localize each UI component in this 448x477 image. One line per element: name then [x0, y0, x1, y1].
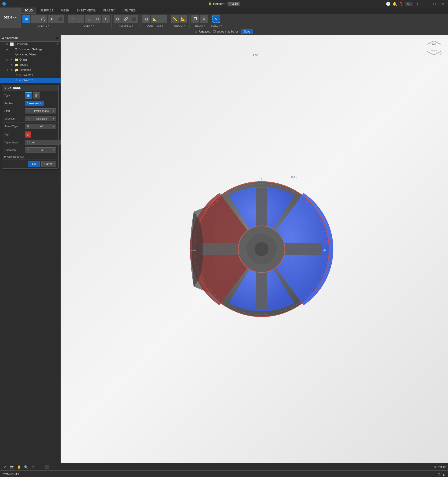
tab-sheet-metal[interactable]: SHEET METAL	[73, 7, 99, 14]
main-content: ◀ BROWSER ⚙ ▼ 👁 ⬜ (Unsaved) ⚙ ▶ ⚙ Docume…	[0, 35, 448, 463]
viewport[interactable]: 9.50 TOP FRONT Z	[61, 35, 448, 463]
vis-sketch1[interactable]: 👁	[15, 73, 18, 77]
shell-icon[interactable]: ✂	[93, 15, 101, 23]
inspect-group: 📏 📐 INSPECT ▾	[169, 14, 190, 28]
tree-item-unsaved[interactable]: ▼ 👁 ⬜ (Unsaved) ⚙	[0, 42, 61, 47]
ground-icon[interactable]: ⬛	[130, 15, 138, 23]
construct-label[interactable]: CONSTRUCT ▾	[140, 24, 169, 28]
svg-text:9.50: 9.50	[291, 175, 297, 179]
maximize-button[interactable]: □	[431, 0, 438, 7]
settings-unsaved[interactable]: ⚙	[56, 43, 59, 46]
profiles-badge[interactable]: 5 selected ✕	[25, 101, 44, 106]
direction-dropdown[interactable]: ↗ One Side ▾	[25, 116, 56, 121]
tree-item-named-views[interactable]: 📷 Named Views	[0, 52, 61, 57]
cancel-button[interactable]: Cancel	[41, 161, 56, 167]
sphere-icon[interactable]: ●	[48, 15, 56, 23]
fillet-icon[interactable]: ↔	[76, 15, 84, 23]
measure-icon[interactable]: 📏	[171, 15, 179, 23]
chamfer-icon[interactable]: ⊞	[85, 15, 93, 23]
comments-settings-icon[interactable]: ⚙	[437, 472, 441, 476]
box-icon[interactable]: □	[31, 15, 39, 23]
select-icon[interactable]: ↖	[212, 15, 220, 23]
objects-to-cut-row[interactable]: ▶ Objects To Cut	[2, 154, 58, 160]
start-chevron: ▾	[53, 109, 54, 113]
tree-item-bodies[interactable]: 👁 📁 Bodies	[0, 62, 61, 67]
info-icon[interactable]: ℹ	[5, 162, 6, 166]
panel-footer: ℹ OK Cancel	[2, 160, 58, 168]
close-button[interactable]: ×	[440, 0, 446, 7]
type-btn-solid[interactable]: ▣	[25, 92, 32, 98]
help-icon[interactable]: ❓	[399, 2, 404, 6]
taper-angle-input[interactable]	[25, 140, 61, 145]
insert-label[interactable]: INSERT ▾	[190, 24, 210, 28]
orbit-icon[interactable]: ✋	[16, 464, 22, 470]
insert-svg-icon[interactable]: 🖼	[191, 15, 199, 23]
joint-icon[interactable]: ⚙	[114, 15, 122, 23]
tree-item-sketch1[interactable]: 👁 ✏ Sketch1	[0, 72, 61, 78]
save-button[interactable]: Save	[241, 29, 253, 34]
tree-item-origin[interactable]: ▶ 👁 📁 Origin	[0, 57, 61, 62]
profiles-clear[interactable]: ✕	[40, 102, 42, 105]
extent-type-row: Extent Type ⊞ All ▾	[2, 123, 58, 130]
tree-item-sketches[interactable]: ▼ 👁 📁 Sketches	[0, 67, 61, 72]
operation-row: Operation ✂ Cut ▾	[2, 146, 58, 154]
inspect-label[interactable]: INSPECT ▾	[169, 24, 189, 28]
vis-bodies[interactable]: 👁	[10, 63, 14, 66]
tab-plastic[interactable]: PLASTIC	[99, 7, 119, 14]
assemble-label[interactable]: ASSEMBLE ▾	[112, 24, 140, 28]
create-label[interactable]: CREATE ▾	[21, 24, 66, 28]
vis-origin[interactable]: 👁	[10, 58, 14, 61]
assemble-icon2[interactable]: 🔗	[122, 15, 130, 23]
camera-icon[interactable]: 📷	[9, 464, 15, 470]
flip-button[interactable]: ⇄	[25, 131, 31, 137]
tab-solid[interactable]: SOLID	[21, 7, 36, 14]
chevron-sketches: ▼	[6, 69, 9, 71]
svg-point-15	[323, 249, 326, 251]
start-dropdown[interactable]: ⊣ Profile Plane ▾	[25, 108, 56, 113]
new-component-icon[interactable]: ⊕	[23, 15, 30, 23]
operation-dropdown[interactable]: ✂ Cut ▾	[25, 147, 56, 153]
vis-sketches[interactable]: 👁	[10, 68, 14, 72]
zoom-icon[interactable]: 🔍	[23, 464, 29, 470]
operation-value: Cut	[40, 149, 43, 151]
tree-item-sketch2[interactable]: 👁 ✏ Sketch2	[0, 78, 61, 83]
cylinder-icon[interactable]: ◯	[39, 15, 47, 23]
browser-settings-icon[interactable]: ⚙	[56, 37, 59, 40]
tree-label-sketch1: Sketch1	[23, 73, 33, 77]
tab-surface[interactable]: SURFACE	[36, 7, 57, 14]
press-pull-icon[interactable]: ↕	[68, 15, 76, 23]
tree-item-doc-settings[interactable]: ▶ ⚙ Document Settings	[0, 47, 61, 52]
type-btn-surface[interactable]: ◫	[33, 92, 40, 98]
design-dropdown[interactable]: DESIGN ▾	[0, 7, 21, 28]
extrude-panel: ● EXTRUDE Type ▣ ◫ Profiles 5 selected ✕	[2, 85, 59, 169]
extent-type-dropdown[interactable]: ⊞ All ▾	[25, 124, 56, 129]
tree-label-origin: Origin	[19, 58, 27, 61]
type-row: Type ▣ ◫	[2, 91, 58, 100]
axis-icon[interactable]: ⊥	[159, 15, 167, 23]
zoom-in-icon[interactable]: ⊕	[30, 464, 36, 470]
select-label[interactable]: SELECT ▾	[210, 24, 223, 28]
comments-expand-icon[interactable]: ▲	[442, 472, 445, 476]
browser-collapse-icon[interactable]: ◀	[2, 37, 4, 40]
modify-label[interactable]: MODIFY ▾	[66, 24, 111, 28]
insert-mesh-icon[interactable]: ⬇	[200, 15, 208, 23]
move-icon[interactable]: ✦	[102, 15, 110, 23]
tab-utilities[interactable]: UTILITIES	[119, 7, 139, 14]
tab-mesh[interactable]: MESH	[57, 7, 73, 14]
view-cube[interactable]: TOP FRONT Z	[425, 40, 443, 59]
warning-icon: ⚠	[195, 30, 198, 33]
offset-plane-icon[interactable]: ⊡	[142, 15, 150, 23]
fit-screen-icon[interactable]: ⤢	[2, 464, 8, 470]
visibility-unsaved[interactable]: 👁	[6, 42, 9, 46]
midplane-icon[interactable]: 📐	[151, 15, 159, 23]
direction-value: One Side	[36, 117, 47, 120]
angle-icon[interactable]: 📐	[180, 15, 187, 23]
new-tab-button[interactable]: +	[414, 0, 421, 7]
grid-icon[interactable]: ⬛	[44, 464, 50, 470]
display-settings-icon[interactable]: ⊞	[51, 464, 57, 470]
minimize-button[interactable]: −	[423, 0, 429, 7]
more-create-icon[interactable]: ⬛	[56, 15, 64, 23]
vis-sketch2[interactable]: 👁	[15, 79, 18, 82]
view-cube-toggle-icon[interactable]: □	[37, 464, 43, 470]
ok-button[interactable]: OK	[28, 161, 40, 167]
